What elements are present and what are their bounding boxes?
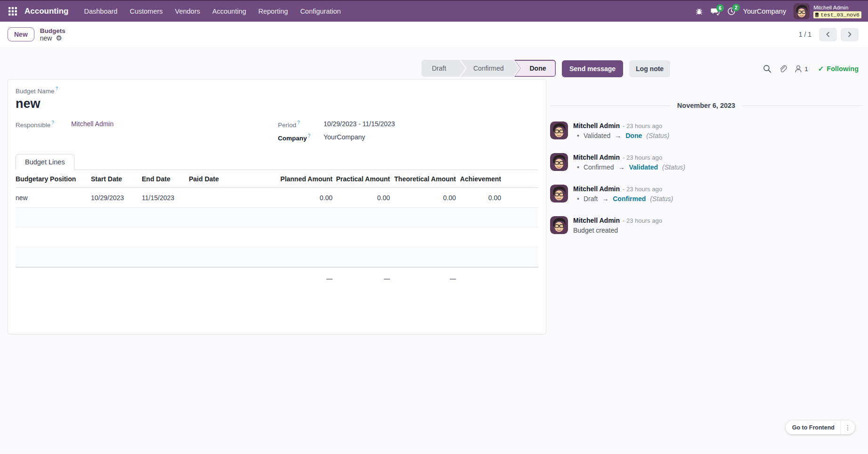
control-panel: New Budgets new ⚙ 1 / 1 [0,22,868,47]
date-divider: November 6, 2023 [550,102,862,109]
message-author[interactable]: Mitchell Admin [573,154,620,161]
cell-practical-amount[interactable]: 0.00 [333,194,390,202]
total-planned: — [250,275,333,282]
menu-reporting[interactable]: Reporting [253,5,293,18]
tracking-new-value: Done [625,132,642,139]
main-menu: Dashboard Customers Vendors Accounting R… [79,5,346,18]
budget-name-value[interactable]: new [16,97,538,111]
breadcrumb-current: new [40,34,52,42]
gear-icon[interactable]: ⚙ [56,34,62,41]
breadcrumb: Budgets new ⚙ [40,27,65,42]
apps-menu-button[interactable] [5,3,21,19]
cell-planned-amount[interactable]: 0.00 [250,194,333,202]
followers-count: 1 [804,65,808,73]
activities-button[interactable]: 2 [727,7,736,16]
bug-icon [695,8,703,16]
app-name[interactable]: Accounting [24,7,69,16]
debug-bug-button[interactable] [695,8,703,16]
col-practical-amount[interactable]: Practical Amount [333,175,390,183]
empty-row [16,227,538,247]
breadcrumb-budgets-link[interactable]: Budgets [40,27,65,34]
tab-budget-lines[interactable]: Budget Lines [16,154,74,170]
message-author[interactable]: Mitchell Admin [573,122,620,130]
company-switcher[interactable]: YourCompany [743,8,786,15]
pager-next-button[interactable] [841,28,859,41]
cell-budgetary-position[interactable]: new [16,194,91,202]
top-navbar: Accounting Dashboard Customers Vendors A… [0,0,868,22]
status-step-done[interactable]: Done [514,60,556,77]
help-icon: ? [308,133,311,138]
help-icon: ? [297,120,300,125]
navbar-right: 6 2 YourCompany [695,3,861,19]
period-value[interactable]: 10/29/2023 - 11/15/2023 [324,120,395,128]
status-step-draft[interactable]: Draft [422,60,465,77]
empty-row [16,208,538,227]
menu-vendors[interactable]: Vendors [170,5,205,18]
bullet: • [577,132,579,139]
col-paid-date[interactable]: Paid Date [189,175,250,183]
search-messages-button[interactable] [763,65,771,73]
total-theoretical: — [390,275,456,282]
cell-start-date[interactable]: 10/29/2023 [91,194,142,202]
go-to-frontend-button[interactable]: Go to Frontend [786,421,840,434]
message-avatar[interactable] [550,216,568,234]
arrow-right-icon: → [615,132,621,139]
menu-configuration[interactable]: Configuration [295,5,346,18]
status-step-confirmed[interactable]: Confirmed [461,60,519,77]
bullet: • [577,195,579,203]
chevron-left-icon [825,31,831,38]
cell-end-date[interactable]: 11/15/2023 [142,194,189,202]
message-author[interactable]: Mitchell Admin [573,217,620,224]
database-name: test_03_nov6 [820,12,860,18]
total-practical: — [333,275,390,282]
message-time: - 23 hours ago [623,154,662,161]
col-theoretical-amount[interactable]: Theoretical Amount [390,175,456,183]
pager-count: 1 / 1 [799,31,811,38]
tracking-value: • Validated → Done (Status) [573,132,669,139]
navbar-left: Accounting Dashboard Customers Vendors A… [5,3,346,19]
statusbar: Draft Confirmed Done [422,60,556,77]
chatter: Send message Log note [550,60,862,234]
search-icon [763,65,771,73]
message-avatar[interactable] [550,153,568,171]
cell-achievement[interactable]: 0.00 [456,194,501,202]
database-chip: test_03_nov6 [813,11,861,18]
tracking-old-value: Validated [584,132,610,139]
user-avatar [794,3,810,19]
chatter-toolbar: Send message Log note [550,60,862,77]
totals-row: — — — [16,267,538,290]
send-message-button[interactable]: Send message [562,60,623,77]
user-name: Mitchell Admin [813,5,848,11]
message-author[interactable]: Mitchell Admin [573,185,620,193]
col-budgetary-position[interactable]: Budgetary Position [16,175,91,183]
menu-dashboard[interactable]: Dashboard [79,5,123,18]
new-button[interactable]: New [8,27,34,41]
user-menu[interactable]: Mitchell Admin test_03_nov6 [794,3,861,19]
kebab-menu-icon[interactable]: ⋮ [841,421,855,434]
following-toggle[interactable]: ✓ Following [818,65,859,73]
message-avatar[interactable] [550,122,568,139]
responsible-value-link[interactable]: Mitchell Admin [71,120,114,128]
menu-accounting[interactable]: Accounting [207,5,251,18]
col-planned-amount[interactable]: Planned Amount [250,175,333,183]
col-achievement[interactable]: Achievement [456,175,501,183]
tracking-field: (Status) [646,132,669,139]
messages-button[interactable]: 6 [711,8,720,16]
followers-button[interactable]: 1 [794,65,808,73]
tracking-new-value: Confirmed [613,195,646,203]
paperclip-icon [779,65,787,73]
budget-line-row[interactable]: new 10/29/2023 11/15/2023 0.00 0.00 0.00… [16,188,538,208]
message-avatar[interactable] [550,185,568,203]
cell-theoretical-amount[interactable]: 0.00 [390,194,456,202]
menu-customers[interactable]: Customers [124,5,168,18]
company-value[interactable]: YourCompany [324,133,365,141]
message-time: - 23 hours ago [623,122,662,130]
col-end-date[interactable]: End Date [142,175,189,183]
log-note-button[interactable]: Log note [629,60,670,77]
col-start-date[interactable]: Start Date [91,175,142,183]
messages-badge: 6 [716,4,724,12]
attach-files-button[interactable] [779,65,787,73]
bullet: • [577,163,579,171]
pager-previous-button[interactable] [819,28,837,41]
form-view: Draft Confirmed Done Budget Name? new Re… [0,47,868,454]
